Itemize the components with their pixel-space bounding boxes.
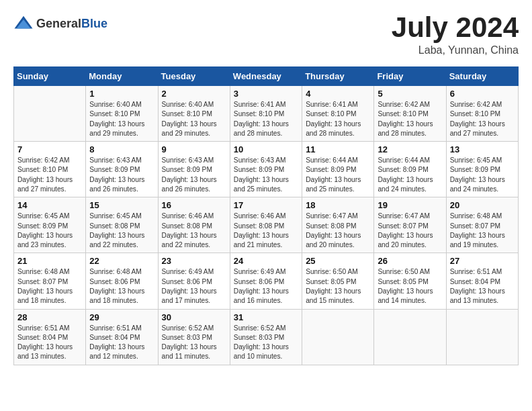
calendar-cell: 18Sunrise: 6:47 AM Sunset: 8:08 PM Dayli… xyxy=(302,197,374,253)
day-number: 1 xyxy=(89,89,154,99)
header-day-sunday: Sunday xyxy=(14,67,86,86)
day-number: 11 xyxy=(306,144,370,154)
logo: GeneralBlue xyxy=(13,13,107,34)
cell-content: Sunrise: 6:45 AM Sunset: 8:08 PM Dayligh… xyxy=(89,212,154,250)
cell-content: Sunrise: 6:40 AM Sunset: 8:10 PM Dayligh… xyxy=(89,100,154,138)
calendar-cell: 26Sunrise: 6:50 AM Sunset: 8:05 PM Dayli… xyxy=(374,253,446,309)
cell-content: Sunrise: 6:41 AM Sunset: 8:10 PM Dayligh… xyxy=(306,100,370,138)
calendar-cell xyxy=(374,309,446,365)
calendar-cell: 21Sunrise: 6:48 AM Sunset: 8:07 PM Dayli… xyxy=(14,253,86,309)
cell-content: Sunrise: 6:43 AM Sunset: 8:09 PM Dayligh… xyxy=(234,156,298,194)
cell-content: Sunrise: 6:47 AM Sunset: 8:07 PM Dayligh… xyxy=(378,212,442,250)
location: Laba, Yunnan, China xyxy=(392,44,519,56)
day-number: 15 xyxy=(89,200,154,210)
cell-content: Sunrise: 6:46 AM Sunset: 8:08 PM Dayligh… xyxy=(234,212,298,250)
day-number: 8 xyxy=(89,144,154,154)
day-number: 2 xyxy=(162,89,226,99)
calendar-cell: 3Sunrise: 6:41 AM Sunset: 8:10 PM Daylig… xyxy=(230,86,302,142)
cell-content: Sunrise: 6:49 AM Sunset: 8:06 PM Dayligh… xyxy=(234,267,298,306)
calendar-cell: 9Sunrise: 6:43 AM Sunset: 8:09 PM Daylig… xyxy=(158,142,230,197)
cell-content: Sunrise: 6:51 AM Sunset: 8:04 PM Dayligh… xyxy=(17,324,82,362)
cell-content: Sunrise: 6:50 AM Sunset: 8:05 PM Dayligh… xyxy=(378,267,442,306)
calendar-cell: 12Sunrise: 6:44 AM Sunset: 8:09 PM Dayli… xyxy=(374,142,446,197)
cell-content: Sunrise: 6:42 AM Sunset: 8:10 PM Dayligh… xyxy=(17,156,82,194)
calendar-cell: 15Sunrise: 6:45 AM Sunset: 8:08 PM Dayli… xyxy=(86,197,158,253)
calendar-cell: 25Sunrise: 6:50 AM Sunset: 8:05 PM Dayli… xyxy=(302,253,374,309)
calendar-cell: 10Sunrise: 6:43 AM Sunset: 8:09 PM Dayli… xyxy=(230,142,302,197)
cell-content: Sunrise: 6:44 AM Sunset: 8:09 PM Dayligh… xyxy=(306,156,370,194)
cell-content: Sunrise: 6:45 AM Sunset: 8:09 PM Dayligh… xyxy=(17,212,82,250)
calendar-cell: 8Sunrise: 6:43 AM Sunset: 8:09 PM Daylig… xyxy=(86,142,158,197)
day-number: 29 xyxy=(89,312,154,322)
calendar-cell: 30Sunrise: 6:52 AM Sunset: 8:03 PM Dayli… xyxy=(158,309,230,365)
header-row: SundayMondayTuesdayWednesdayThursdayFrid… xyxy=(14,67,519,86)
day-number: 16 xyxy=(162,200,226,210)
cell-content: Sunrise: 6:42 AM Sunset: 8:10 PM Dayligh… xyxy=(378,100,442,138)
calendar-header: SundayMondayTuesdayWednesdayThursdayFrid… xyxy=(14,67,519,86)
day-number: 25 xyxy=(306,256,370,266)
cell-content: Sunrise: 6:46 AM Sunset: 8:08 PM Dayligh… xyxy=(162,212,226,250)
cell-content: Sunrise: 6:48 AM Sunset: 8:06 PM Dayligh… xyxy=(89,267,154,306)
cell-content: Sunrise: 6:42 AM Sunset: 8:10 PM Dayligh… xyxy=(450,100,515,138)
calendar-cell: 28Sunrise: 6:51 AM Sunset: 8:04 PM Dayli… xyxy=(14,309,86,365)
header-day-thursday: Thursday xyxy=(302,67,374,86)
day-number: 3 xyxy=(234,89,298,99)
cell-content: Sunrise: 6:49 AM Sunset: 8:06 PM Dayligh… xyxy=(162,267,226,306)
calendar-cell: 2Sunrise: 6:40 AM Sunset: 8:10 PM Daylig… xyxy=(158,86,230,142)
week-row-2: 7Sunrise: 6:42 AM Sunset: 8:10 PM Daylig… xyxy=(14,142,519,197)
calendar-cell: 1Sunrise: 6:40 AM Sunset: 8:10 PM Daylig… xyxy=(86,86,158,142)
calendar-body: 1Sunrise: 6:40 AM Sunset: 8:10 PM Daylig… xyxy=(14,86,519,365)
cell-content: Sunrise: 6:48 AM Sunset: 8:07 PM Dayligh… xyxy=(17,267,82,306)
title-block: July 2024 Laba, Yunnan, China xyxy=(392,13,519,56)
day-number: 23 xyxy=(162,256,226,266)
cell-content: Sunrise: 6:43 AM Sunset: 8:09 PM Dayligh… xyxy=(162,156,226,194)
cell-content: Sunrise: 6:52 AM Sunset: 8:03 PM Dayligh… xyxy=(234,324,298,362)
cell-content: Sunrise: 6:52 AM Sunset: 8:03 PM Dayligh… xyxy=(162,324,226,362)
day-number: 10 xyxy=(234,144,298,154)
calendar-cell xyxy=(446,309,518,365)
calendar-cell: 11Sunrise: 6:44 AM Sunset: 8:09 PM Dayli… xyxy=(302,142,374,197)
week-row-1: 1Sunrise: 6:40 AM Sunset: 8:10 PM Daylig… xyxy=(14,86,519,142)
cell-content: Sunrise: 6:51 AM Sunset: 8:04 PM Dayligh… xyxy=(450,267,515,306)
cell-content: Sunrise: 6:41 AM Sunset: 8:10 PM Dayligh… xyxy=(234,100,298,138)
calendar-cell: 14Sunrise: 6:45 AM Sunset: 8:09 PM Dayli… xyxy=(14,197,86,253)
day-number: 19 xyxy=(378,200,442,210)
calendar-cell: 13Sunrise: 6:45 AM Sunset: 8:09 PM Dayli… xyxy=(446,142,518,197)
day-number: 9 xyxy=(162,144,226,154)
day-number: 6 xyxy=(450,89,515,99)
day-number: 24 xyxy=(234,256,298,266)
logo-blue: Blue xyxy=(81,17,107,30)
header-day-monday: Monday xyxy=(86,67,158,86)
day-number: 27 xyxy=(450,256,515,266)
calendar-cell: 5Sunrise: 6:42 AM Sunset: 8:10 PM Daylig… xyxy=(374,86,446,142)
week-row-5: 28Sunrise: 6:51 AM Sunset: 8:04 PM Dayli… xyxy=(14,309,519,365)
calendar-cell: 17Sunrise: 6:46 AM Sunset: 8:08 PM Dayli… xyxy=(230,197,302,253)
cell-content: Sunrise: 6:47 AM Sunset: 8:08 PM Dayligh… xyxy=(306,212,370,250)
day-number: 20 xyxy=(450,200,515,210)
calendar-cell: 23Sunrise: 6:49 AM Sunset: 8:06 PM Dayli… xyxy=(158,253,230,309)
day-number: 31 xyxy=(234,312,298,322)
day-number: 14 xyxy=(17,200,82,210)
logo-general: General xyxy=(36,17,81,30)
calendar-cell: 29Sunrise: 6:51 AM Sunset: 8:04 PM Dayli… xyxy=(86,309,158,365)
day-number: 17 xyxy=(234,200,298,210)
page-header: GeneralBlue July 2024 Laba, Yunnan, Chin… xyxy=(13,13,519,56)
cell-content: Sunrise: 6:48 AM Sunset: 8:07 PM Dayligh… xyxy=(450,212,515,250)
week-row-3: 14Sunrise: 6:45 AM Sunset: 8:09 PM Dayli… xyxy=(14,197,519,253)
day-number: 13 xyxy=(450,144,515,154)
cell-content: Sunrise: 6:44 AM Sunset: 8:09 PM Dayligh… xyxy=(378,156,442,194)
calendar-cell: 20Sunrise: 6:48 AM Sunset: 8:07 PM Dayli… xyxy=(446,197,518,253)
calendar-cell: 7Sunrise: 6:42 AM Sunset: 8:10 PM Daylig… xyxy=(14,142,86,197)
day-number: 30 xyxy=(162,312,226,322)
cell-content: Sunrise: 6:51 AM Sunset: 8:04 PM Dayligh… xyxy=(89,324,154,362)
cell-content: Sunrise: 6:43 AM Sunset: 8:09 PM Dayligh… xyxy=(89,156,154,194)
cell-content: Sunrise: 6:40 AM Sunset: 8:10 PM Dayligh… xyxy=(162,100,226,138)
calendar-cell: 22Sunrise: 6:48 AM Sunset: 8:06 PM Dayli… xyxy=(86,253,158,309)
calendar-cell xyxy=(302,309,374,365)
calendar-cell: 27Sunrise: 6:51 AM Sunset: 8:04 PM Dayli… xyxy=(446,253,518,309)
calendar-cell: 24Sunrise: 6:49 AM Sunset: 8:06 PM Dayli… xyxy=(230,253,302,309)
header-day-tuesday: Tuesday xyxy=(158,67,230,86)
calendar-cell: 6Sunrise: 6:42 AM Sunset: 8:10 PM Daylig… xyxy=(446,86,518,142)
day-number: 22 xyxy=(89,256,154,266)
day-number: 7 xyxy=(17,144,82,154)
